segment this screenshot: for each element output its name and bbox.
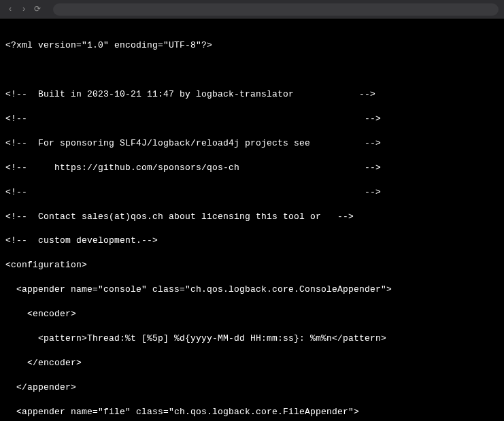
code-line: <configuration> bbox=[5, 259, 499, 271]
address-bar[interactable] bbox=[53, 3, 499, 16]
forward-button[interactable]: › bbox=[19, 5, 29, 14]
code-line: <?xml version="1.0" encoding="UTF-8"?> bbox=[5, 39, 499, 52]
code-content: <?xml version="1.0" encoding="UTF-8"?> <… bbox=[0, 19, 504, 421]
code-line: </encoder> bbox=[5, 357, 499, 369]
browser-chrome: ‹ › ⟳ bbox=[0, 0, 504, 19]
code-line: <appender name="console" class="ch.qos.l… bbox=[5, 284, 499, 296]
code-line bbox=[5, 64, 499, 76]
code-line: <!-- For sponsoring SLF4J/logback/reload… bbox=[5, 137, 499, 150]
code-line: <encoder> bbox=[5, 308, 499, 320]
code-line: <!-- --> bbox=[5, 186, 499, 199]
browser-nav-controls: ‹ › ⟳ bbox=[5, 4, 42, 14]
code-line: <pattern>Thread:%t [%5p] %d{yyyy-MM-dd H… bbox=[5, 333, 499, 345]
code-line: <!-- https://github.com/sponsors/qos-ch … bbox=[5, 162, 499, 174]
back-button[interactable]: ‹ bbox=[5, 5, 15, 14]
code-line: <!-- Built in 2023-10-21 11:47 by logbac… bbox=[5, 88, 499, 101]
code-line: <appender name="file" class="ch.qos.logb… bbox=[5, 406, 499, 418]
code-line: <!-- --> bbox=[5, 113, 499, 125]
code-line: </appender> bbox=[5, 382, 499, 394]
reload-button[interactable]: ⟳ bbox=[33, 4, 42, 14]
code-line: <!-- Contact sales(at)qos.ch about licen… bbox=[5, 211, 499, 223]
code-line: <!-- custom development.--> bbox=[5, 235, 499, 247]
